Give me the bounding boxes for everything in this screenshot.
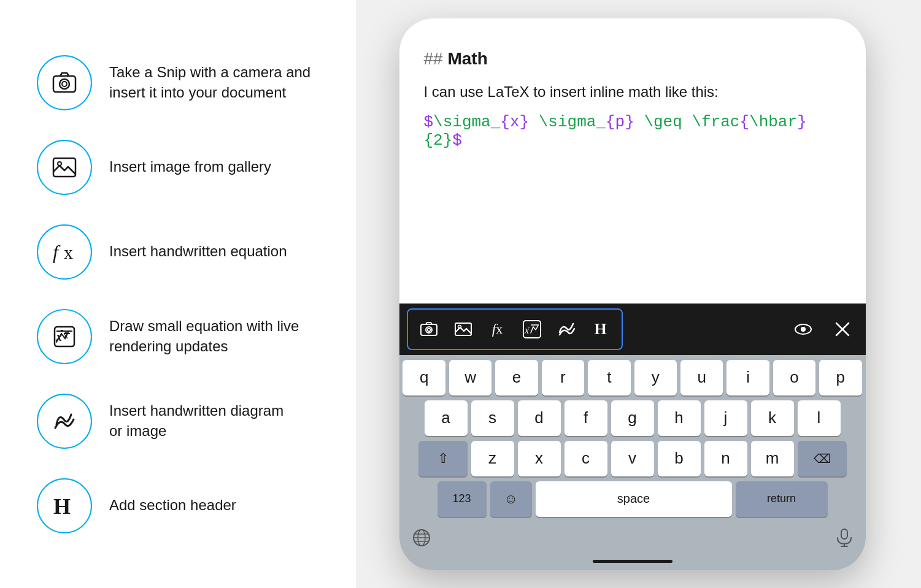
- image-icon: [50, 153, 79, 181]
- doc-title-text: Math: [447, 49, 487, 68]
- feature-image: Insert image from gallery: [37, 140, 319, 195]
- doc-body: I can use LaTeX to insert inline math li…: [424, 83, 841, 101]
- key-row-2: a s d f g h j k l: [403, 400, 862, 436]
- svg-rect-15: [421, 324, 437, 335]
- latex-brace4: }: [797, 113, 807, 131]
- draw-eq-icon: x ̄ x x̄: [50, 323, 79, 351]
- key-a[interactable]: a: [425, 400, 468, 436]
- key-h[interactable]: h: [658, 400, 701, 436]
- scribble-icon-circle: [37, 394, 92, 449]
- key-u[interactable]: u: [680, 360, 723, 395]
- key-row-3: ⇧ z x c v b n m ⌫: [403, 441, 862, 476]
- toolbar-header-btn[interactable]: H: [585, 313, 617, 345]
- camera-label: Take a Snip with a camera andinsert it i…: [109, 63, 310, 102]
- keyboard-bottom: [399, 522, 866, 555]
- key-l[interactable]: l: [798, 400, 841, 436]
- latex-geq: \geq \frac: [634, 113, 740, 131]
- latex-brace3: {: [739, 113, 749, 131]
- globe-btn[interactable]: [412, 528, 431, 550]
- phone-content: ## Math I can use LaTeX to insert inline…: [399, 18, 866, 304]
- draw-eq-icon-circle: x ̄ x x̄: [37, 309, 92, 364]
- key-row-1: q w e r t y u i o p: [403, 360, 862, 395]
- image-icon-circle: [37, 140, 92, 195]
- toolbar-close-btn[interactable]: [827, 313, 858, 345]
- key-return[interactable]: return: [736, 481, 828, 517]
- latex-dollar-close: $: [452, 131, 462, 150]
- latex-expression: $\sigma_{x} \sigma_{p} \geq \frac{\hbar}…: [424, 113, 841, 150]
- key-r[interactable]: r: [542, 360, 584, 395]
- key-space[interactable]: space: [536, 481, 732, 517]
- key-m[interactable]: m: [751, 441, 794, 476]
- fx-icon-circle: f x: [37, 224, 92, 280]
- key-c[interactable]: c: [565, 441, 607, 476]
- toolbar-draw-eq-btn[interactable]: x ̄: [516, 313, 548, 345]
- toolbar-right-group: [787, 313, 858, 345]
- key-b[interactable]: b: [658, 441, 701, 476]
- toolbar-preview-btn[interactable]: [787, 313, 819, 345]
- key-e[interactable]: e: [495, 360, 538, 395]
- phone-mockup: ## Math I can use LaTeX to insert inline…: [399, 18, 866, 570]
- feature-draw-eq: x ̄ x x̄ Draw small equation with livere…: [37, 309, 319, 364]
- latex-dollar-open: $: [424, 113, 434, 131]
- svg-point-2: [62, 82, 67, 86]
- toolbar-left-group: fx x ̄: [407, 308, 623, 350]
- scribble-icon: [50, 407, 79, 435]
- keyboard-toolbar: fx x ̄: [399, 304, 866, 355]
- fx-label: Insert handwritten equation: [109, 242, 287, 261]
- fx-icon: f x: [50, 238, 79, 266]
- latex-frac-denom: {2}: [424, 131, 453, 150]
- header-label: Add section header: [109, 495, 236, 515]
- key-n[interactable]: n: [704, 441, 747, 476]
- svg-point-16: [426, 327, 432, 333]
- header-icon: H: [50, 492, 79, 520]
- key-shift[interactable]: ⇧: [418, 441, 468, 476]
- feature-fx: f x Insert handwritten equation: [37, 224, 319, 280]
- toolbar-fx-btn[interactable]: fx: [482, 313, 514, 345]
- key-t[interactable]: t: [588, 360, 630, 395]
- key-s[interactable]: s: [471, 400, 514, 436]
- toolbar-camera-btn[interactable]: [413, 313, 445, 345]
- latex-sigma-x: \sigma_: [433, 113, 500, 131]
- key-o[interactable]: o: [773, 360, 815, 395]
- latex-hbar: \hbar: [749, 113, 797, 131]
- draw-eq-label: Draw small equation with liverendering u…: [109, 316, 299, 356]
- key-w[interactable]: w: [449, 360, 491, 395]
- home-bar: [399, 555, 866, 570]
- latex-sigma-p: \sigma_: [529, 113, 606, 131]
- mic-btn[interactable]: [835, 528, 854, 550]
- latex-brace2: {p}: [606, 113, 634, 131]
- key-p[interactable]: p: [819, 360, 861, 395]
- latex-brace1: {x}: [500, 113, 529, 131]
- svg-text:H: H: [53, 494, 71, 519]
- key-emoji[interactable]: ☺: [490, 481, 532, 517]
- key-v[interactable]: v: [611, 441, 654, 476]
- feature-scribble: Insert handwritten diagramor image: [37, 394, 319, 449]
- key-x[interactable]: x: [518, 441, 561, 476]
- key-123[interactable]: 123: [437, 481, 487, 517]
- key-f[interactable]: f: [565, 400, 607, 436]
- key-q[interactable]: q: [403, 360, 445, 395]
- feature-header: H Add section header: [37, 478, 319, 533]
- svg-text:x̄: x̄: [63, 330, 68, 340]
- camera-icon: [50, 69, 79, 97]
- svg-rect-33: [841, 529, 847, 539]
- toolbar-scribble-btn[interactable]: [550, 313, 582, 345]
- key-k[interactable]: k: [751, 400, 794, 436]
- key-delete[interactable]: ⌫: [798, 441, 847, 476]
- left-panel: Take a Snip with a camera andinsert it i…: [0, 0, 356, 588]
- doc-title-prefix: ##: [424, 49, 448, 68]
- key-row-4: 123 ☺ space return: [403, 481, 862, 517]
- svg-point-17: [427, 328, 430, 331]
- key-i[interactable]: i: [726, 360, 769, 395]
- camera-icon-circle: [37, 55, 92, 110]
- key-z[interactable]: z: [471, 441, 514, 476]
- feature-camera: Take a Snip with a camera andinsert it i…: [37, 55, 319, 110]
- doc-title: ## Math: [424, 49, 841, 69]
- key-g[interactable]: g: [611, 400, 654, 436]
- image-label: Insert image from gallery: [109, 157, 271, 177]
- svg-text:f: f: [53, 241, 61, 263]
- key-d[interactable]: d: [518, 400, 561, 436]
- toolbar-image-btn[interactable]: [447, 313, 479, 345]
- key-y[interactable]: y: [634, 360, 677, 395]
- key-j[interactable]: j: [704, 400, 747, 436]
